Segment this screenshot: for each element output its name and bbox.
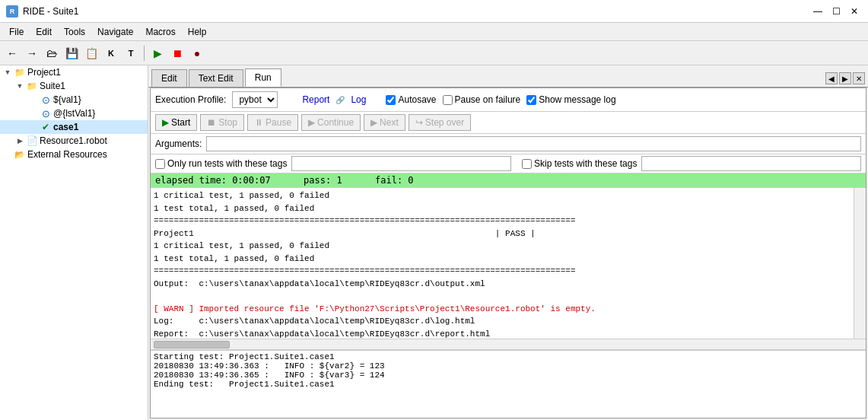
title-bar-controls: — ☐ ✕ [810, 4, 862, 19]
output-area: elapsed time: 0:00:07 pass: 1 fail: 0 1 … [151, 173, 866, 418]
output-log[interactable]: 1 critical test, 1 passed, 0 failed 1 te… [151, 188, 854, 339]
step-over-label: Step over [425, 117, 464, 128]
open-button[interactable]: 🗁 [43, 44, 61, 62]
forward-button[interactable]: → [23, 44, 41, 62]
autosave-checkbox-label[interactable]: Autosave [386, 94, 436, 105]
skip-tags-label[interactable]: Skip tests with these tags [522, 158, 637, 169]
tab-text-edit[interactable]: Text Edit [189, 69, 243, 87]
autosave-checkbox[interactable] [386, 95, 396, 105]
report-link[interactable]: Report [302, 94, 329, 105]
tab-edit[interactable]: Edit [151, 69, 187, 87]
output-bottom[interactable]: Starting test: Project1.Suite1.case1 201… [151, 349, 866, 418]
tree-panel: ▼ 📁 Project1 ▼ 📁 Suite1 ⊙ ${val1} ⊙ @{ls… [0, 65, 148, 420]
menu-file[interactable]: File [3, 24, 30, 40]
record-button[interactable]: ● [188, 44, 206, 62]
stop-button[interactable]: ⏹ [168, 44, 186, 62]
pause-button[interactable]: ⏸ Pause [247, 114, 298, 131]
tab-strip: Edit Text Edit Run ◀ ▶ ✕ [148, 65, 868, 88]
tree-item-val1[interactable]: ⊙ ${val1} [0, 93, 148, 107]
tree-label-lstval1: @{lstVal1} [53, 108, 95, 119]
arguments-input[interactable] [206, 136, 861, 151]
start-icon: ▶ [162, 117, 169, 128]
tree-label-project1: Project1 [27, 67, 61, 78]
skip-tags-input[interactable] [641, 156, 861, 171]
close-button[interactable]: ✕ [847, 4, 862, 19]
log-link[interactable]: Log [351, 94, 366, 105]
run-button[interactable]: ▶ [148, 44, 167, 62]
step-over-button[interactable]: ↪ Step over [409, 114, 471, 131]
tree-item-case1[interactable]: ✔ case1 [0, 120, 148, 134]
pause-icon: ⏸ [254, 117, 263, 128]
show-message-log-label[interactable]: Show message log [526, 94, 615, 105]
save-button[interactable]: 💾 [62, 44, 81, 62]
menu-bar: File Edit Tools Navigate Macros Help [0, 23, 868, 41]
skip-tags-checkbox[interactable] [522, 159, 532, 169]
output-scrollbar[interactable] [854, 188, 866, 339]
tree-item-external-resources[interactable]: 📂 External Resources [0, 148, 148, 161]
external-icon: 📂 [14, 148, 26, 161]
pass-count: pass: 1 [304, 175, 342, 186]
menu-macros[interactable]: Macros [139, 24, 181, 40]
pause-on-failure-checkbox[interactable] [443, 95, 453, 105]
start-button[interactable]: ▶ Start [155, 114, 197, 131]
continue-button[interactable]: ▶ Continue [301, 114, 361, 131]
tree-item-lstval1[interactable]: ⊙ @{lstVal1} [0, 107, 148, 120]
title-bar-title: RIDE - Suite1 [23, 6, 78, 17]
app-icon: R [6, 5, 18, 18]
title-bar: R RIDE - Suite1 — ☐ ✕ [0, 0, 868, 23]
folder-icon: 📁 [14, 66, 26, 78]
tab-run[interactable]: Run [245, 68, 281, 87]
menu-tools[interactable]: Tools [58, 24, 91, 40]
log-line-7: Output: c:\users\tanax\appdata\local\tem… [154, 278, 851, 291]
tab-scroll-left[interactable]: ◀ [825, 72, 838, 84]
tree-label-case1: case1 [53, 122, 78, 132]
horizontal-scrollbar[interactable] [151, 339, 866, 349]
bottom-line-3: Ending test: Project1.Suite1.case1 [154, 380, 863, 389]
tree-item-project1[interactable]: ▼ 📁 Project1 [0, 65, 148, 79]
pause-on-failure-label[interactable]: Pause on failure [443, 94, 521, 105]
tree-item-resource1[interactable]: ▶ 📄 Resource1.robot [0, 134, 148, 148]
content-area: Execution Profile: pybot jybot Report 🔗 … [150, 88, 866, 418]
tab-close[interactable]: ✕ [853, 72, 865, 84]
tree-item-suite1[interactable]: ▼ 📁 Suite1 [0, 79, 148, 93]
stop-button[interactable]: ⏹ Stop [200, 114, 244, 131]
only-run-tags-checkbox[interactable] [155, 159, 165, 169]
toolbar-separator [144, 46, 145, 61]
save-all-button[interactable]: 📋 [82, 44, 100, 62]
run-toolbar-row1: Execution Profile: pybot jybot Report 🔗 … [151, 88, 866, 112]
only-run-tags-input[interactable] [291, 156, 511, 171]
bottom-line-1: 20180830 13:49:36.363 : INFO : ${var2} =… [154, 361, 863, 371]
show-message-log-checkbox[interactable] [526, 95, 536, 105]
next-button[interactable]: ▶ Next [364, 114, 405, 131]
tree-toggle-resource1: ▶ [14, 137, 26, 145]
menu-help[interactable]: Help [182, 24, 213, 40]
menu-edit[interactable]: Edit [30, 24, 58, 40]
minimize-button[interactable]: — [810, 4, 825, 19]
h-scrollbar-thumb[interactable] [154, 341, 230, 348]
main-layout: ▼ 📁 Project1 ▼ 📁 Suite1 ⊙ ${val1} ⊙ @{ls… [0, 65, 868, 420]
new-resource-button[interactable]: T [122, 44, 140, 62]
new-suite-button[interactable]: K [102, 44, 120, 62]
pause-on-failure-text: Pause on failure [455, 94, 521, 105]
step-over-icon: ↪ [415, 117, 423, 128]
back-button[interactable]: ← [3, 44, 21, 62]
menu-navigate[interactable]: Navigate [91, 24, 139, 40]
start-label: Start [171, 117, 190, 128]
maximize-button[interactable]: ☐ [828, 4, 844, 19]
profile-select[interactable]: pybot jybot [232, 91, 278, 108]
stop-icon: ⏹ [207, 117, 216, 128]
next-icon: ▶ [370, 117, 377, 128]
log-line-1: 1 test total, 1 passed, 0 failed [154, 202, 851, 215]
tree-label-val1: ${val1} [53, 94, 81, 105]
tab-scroll-right[interactable]: ▶ [839, 72, 851, 84]
only-run-tags-label[interactable]: Only run tests with these tags [155, 158, 287, 169]
log-line-3: Project1 | PASS | [154, 228, 851, 240]
tags-row: Only run tests with these tags Skip test… [151, 154, 866, 173]
output-status-bar: elapsed time: 0:00:07 pass: 1 fail: 0 [151, 173, 866, 188]
next-label: Next [380, 117, 399, 128]
pause-label: Pause [265, 117, 291, 128]
toolbar: ← → 🗁 💾 📋 K T ▶ ⏹ ● [0, 41, 868, 65]
show-message-log-text: Show message log [539, 94, 615, 105]
title-bar-left: R RIDE - Suite1 [6, 5, 78, 18]
log-line-8 [154, 290, 851, 303]
